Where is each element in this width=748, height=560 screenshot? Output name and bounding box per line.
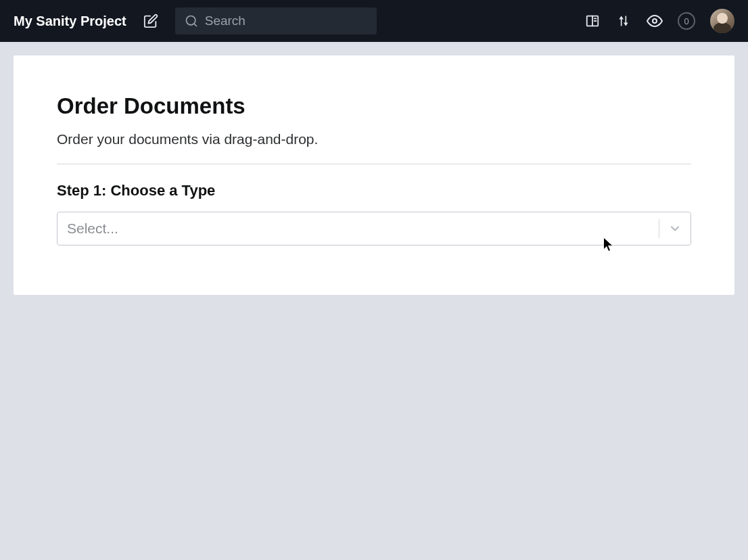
search-input[interactable]: Search [175, 7, 377, 34]
notification-badge[interactable]: 0 [678, 12, 695, 30]
page-title: Order Documents [57, 93, 691, 119]
type-select[interactable]: Select... [57, 212, 691, 246]
topbar: My Sanity Project Search [0, 0, 748, 42]
topbar-actions: 0 [584, 9, 734, 33]
compose-button[interactable] [139, 9, 163, 33]
panel-toggle-button[interactable] [584, 13, 601, 29]
visibility-button[interactable] [647, 13, 663, 29]
select-placeholder: Select... [57, 220, 659, 237]
eye-icon [647, 13, 663, 29]
chevron-down-icon [668, 222, 682, 235]
notification-count: 0 [684, 16, 688, 26]
search-placeholder: Search [205, 14, 246, 28]
divider [57, 164, 691, 164]
compose-icon [143, 14, 158, 28]
project-title[interactable]: My Sanity Project [14, 14, 126, 29]
step-title: Step 1: Choose a Type [57, 182, 691, 200]
panel-icon [585, 14, 600, 28]
sort-icon [617, 14, 630, 28]
select-arrow [659, 222, 691, 235]
svg-point-6 [653, 19, 657, 23]
svg-line-1 [194, 24, 197, 26]
page-subtitle: Order your documents via drag-and-drop. [57, 131, 691, 147]
sort-button[interactable] [615, 13, 632, 29]
user-avatar[interactable] [710, 9, 734, 33]
search-icon [185, 14, 198, 28]
main-panel: Order Documents Order your documents via… [14, 55, 734, 295]
